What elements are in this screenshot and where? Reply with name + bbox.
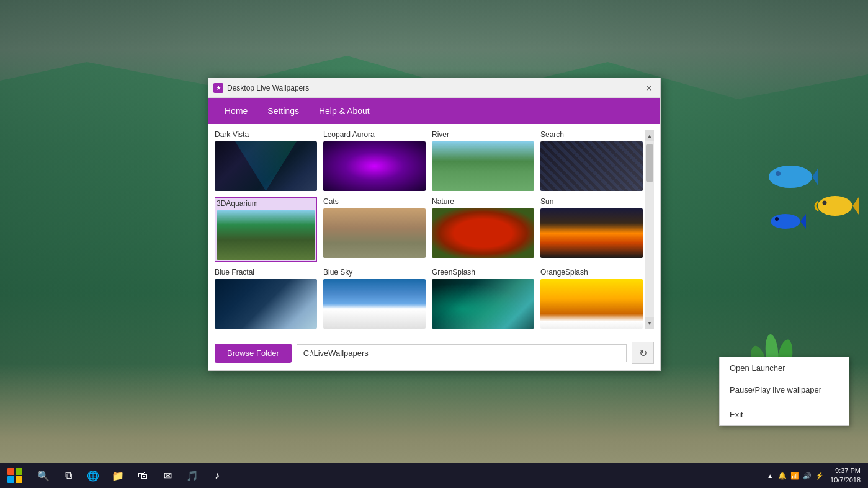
wallpaper-thumb-nature [432, 208, 534, 258]
clock-date: 10/7/2018 [830, 476, 861, 485]
taskbar-media-icon[interactable]: 🎵 [181, 464, 204, 487]
taskbar: 🔍 ⧉ 🌐 📁 🛍 ✉ 🎵 ♪ ▲ 🔔 📶 🔊 ⚡ 9:37 PM 10/7/2… [0, 463, 868, 488]
wallpaper-item-leopard-aurora[interactable]: Leopard Aurora [323, 130, 426, 191]
clock-time: 9:37 PM [830, 466, 861, 476]
wallpaper-item-orange-splash[interactable]: OrangeSplash [540, 268, 643, 329]
wallpaper-thumb-3d-aquarium [217, 210, 315, 260]
wallpaper-item-3d-aquarium[interactable]: 3DAquarium [215, 197, 317, 262]
taskbar-itunes-icon[interactable]: ♪ [206, 464, 228, 487]
wallpaper-thumb-leopard-aurora [323, 141, 426, 191]
wallpaper-thumb-cats [323, 208, 426, 258]
wallpaper-item-green-splash[interactable]: GreenSplash [432, 268, 534, 329]
wallpaper-label-dark-vista: Dark Vista [215, 130, 317, 139]
wallpaper-item-dark-vista[interactable]: Dark Vista [215, 130, 317, 191]
taskbar-mail-icon[interactable]: ✉ [156, 464, 179, 487]
title-bar-left: ★ Desktop Live Wallpapers [213, 83, 309, 93]
wallpaper-item-blue-fractal[interactable]: Blue Fractal [215, 268, 317, 329]
context-menu: Open Launcher Pause/Play live wallpaper … [719, 357, 849, 426]
taskbar-tray: ▲ 🔔 📶 🔊 ⚡ 9:37 PM 10/7/2018 [761, 466, 868, 486]
taskbar-clock[interactable]: 9:37 PM 10/7/2018 [828, 466, 863, 486]
gallery-grid: Dark VistaLeopard AuroraRiverSearch3DAqu… [215, 130, 643, 329]
wallpaper-item-nature[interactable]: Nature [432, 197, 534, 262]
wallpaper-label-blue-fractal: Blue Fractal [215, 268, 317, 277]
wallpaper-thumb-orange-splash [540, 279, 643, 329]
tray-volume-icon[interactable]: 🔊 [802, 470, 813, 481]
wallpaper-label-nature: Nature [432, 197, 534, 206]
wallpaper-item-blue-sky[interactable]: Blue Sky [323, 268, 426, 329]
content-area: Dark VistaLeopard AuroraRiverSearch3DAqu… [208, 124, 660, 335]
bottom-bar: Browse Folder ↻ [208, 335, 660, 370]
wallpaper-label-leopard-aurora: Leopard Aurora [323, 130, 426, 139]
close-button[interactable]: ✕ [643, 82, 655, 94]
taskbar-items: 🔍 ⧉ 🌐 📁 🛍 ✉ 🎵 ♪ [30, 464, 761, 487]
browse-folder-button[interactable]: Browse Folder [215, 344, 292, 363]
wallpaper-item-cats[interactable]: Cats [323, 197, 426, 262]
fish-right-blue [766, 211, 806, 233]
svg-point-6 [823, 201, 827, 205]
taskbar-edge-icon[interactable]: 🌐 [82, 464, 104, 487]
svg-marker-1 [812, 167, 818, 186]
svg-point-3 [769, 166, 812, 188]
wallpaper-thumb-blue-sky [323, 279, 426, 329]
scrollbar-thumb[interactable] [646, 144, 653, 182]
tray-icons: 🔔 📶 🔊 ⚡ [777, 470, 825, 481]
taskbar-explorer-icon[interactable]: 📁 [107, 464, 129, 487]
wallpaper-label-river: River [432, 130, 534, 139]
wallpaper-label-search: Search [540, 130, 643, 139]
tray-expand-icon[interactable]: ▲ [766, 471, 774, 481]
context-menu-pause-play[interactable]: Pause/Play live wallpaper [720, 379, 849, 401]
wallpaper-label-cats: Cats [323, 197, 426, 206]
wallpaper-label-3d-aquarium: 3DAquarium [217, 199, 315, 208]
scrollbar-track[interactable] [645, 141, 654, 317]
wallpaper-thumb-sun [540, 208, 643, 258]
refresh-button[interactable]: ↻ [632, 342, 654, 364]
wallpaper-thumb-search [540, 141, 643, 191]
title-bar: ★ Desktop Live Wallpapers ✕ [208, 78, 660, 98]
wallpaper-thumb-blue-fractal [215, 279, 317, 329]
menu-help[interactable]: Help & About [309, 101, 380, 121]
menu-home[interactable]: Home [215, 101, 257, 121]
menu-bar: Home Settings Help & About [208, 98, 660, 124]
window-title: Desktop Live Wallpapers [227, 84, 309, 92]
svg-point-7 [771, 214, 800, 229]
windows-logo-icon [7, 468, 22, 483]
taskbar-store-icon[interactable]: 🛍 [132, 464, 154, 487]
svg-marker-5 [852, 197, 859, 215]
fish-right-top [763, 161, 818, 192]
app-icon: ★ [213, 83, 223, 93]
app-window: ★ Desktop Live Wallpapers ✕ Home Setting… [208, 78, 661, 371]
svg-marker-8 [800, 214, 806, 229]
wallpaper-item-sun[interactable]: Sun [540, 197, 643, 262]
wallpaper-label-sun: Sun [540, 197, 643, 206]
taskbar-search-icon[interactable]: 🔍 [32, 464, 55, 487]
wallpaper-thumb-green-splash [432, 279, 534, 329]
context-menu-open-launcher[interactable]: Open Launcher [720, 357, 849, 379]
scroll-down-button[interactable]: ▼ [645, 317, 654, 329]
svg-point-4 [818, 196, 852, 216]
path-input[interactable] [297, 344, 627, 362]
wallpaper-label-orange-splash: OrangeSplash [540, 268, 643, 277]
wallpaper-label-green-splash: GreenSplash [432, 268, 534, 277]
tray-notification-icon[interactable]: 🔔 [777, 470, 788, 481]
svg-point-9 [775, 217, 779, 221]
tray-network-icon[interactable]: 📶 [789, 470, 800, 481]
menu-settings[interactable]: Settings [257, 101, 309, 121]
wallpaper-item-river[interactable]: River [432, 130, 534, 191]
wallpaper-thumb-river [432, 141, 534, 191]
fish-right-yellow [812, 192, 859, 220]
context-menu-exit[interactable]: Exit [720, 404, 849, 425]
tray-power-icon[interactable]: ⚡ [814, 470, 825, 481]
taskbar-taskview-icon[interactable]: ⧉ [57, 464, 79, 487]
scroll-up-button[interactable]: ▲ [645, 130, 654, 141]
scrollbar[interactable]: ▲ ▼ [645, 130, 654, 329]
wallpaper-label-blue-sky: Blue Sky [323, 268, 426, 277]
wallpaper-item-search[interactable]: Search [540, 130, 643, 191]
context-menu-separator [720, 402, 849, 402]
start-button[interactable] [0, 463, 30, 488]
wallpaper-thumb-dark-vista [215, 141, 317, 191]
gallery-wrapper: Dark VistaLeopard AuroraRiverSearch3DAqu… [215, 130, 654, 329]
